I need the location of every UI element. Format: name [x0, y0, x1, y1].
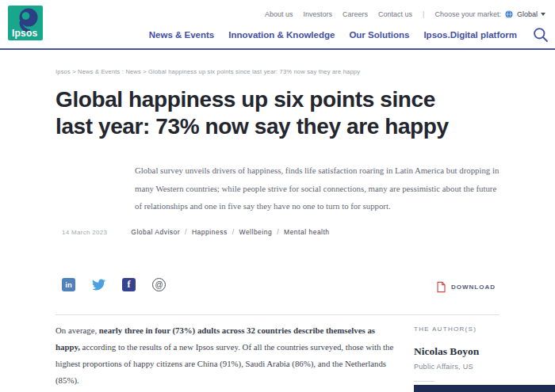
author-name-link[interactable]: Nicolas Boyon — [414, 345, 541, 358]
email-share-button[interactable]: @ — [152, 278, 166, 291]
body-lead-plain: On average, — [56, 325, 99, 335]
author-sidebar: THE AUTHOR(S) Nicolas Boyon Public Affai… — [414, 325, 541, 382]
article-intro: Global survey unveils drivers of happine… — [135, 162, 501, 215]
market-chooser: Choose your market: Global — [434, 10, 545, 18]
nav-news-events[interactable]: News & Events — [149, 30, 214, 40]
ipsos-logo-text: Ipsos — [12, 28, 37, 39]
download-label: DOWNLOAD — [451, 284, 496, 291]
authors-heading: THE AUTHOR(S) — [414, 325, 541, 333]
site-header: Ipsos About us Investors Careers Contact… — [0, 0, 555, 50]
tag-happiness[interactable]: Happiness — [192, 228, 228, 236]
nav-innovation-knowledge[interactable]: Innovation & Knowledge — [228, 30, 335, 40]
nav-about-us[interactable]: About us — [265, 10, 293, 18]
author-role: Public Affairs, US — [414, 363, 541, 371]
utility-nav-separator: | — [423, 10, 424, 18]
nav-our-solutions[interactable]: Our Solutions — [349, 30, 409, 40]
market-selected-value: Global — [517, 10, 538, 18]
nav-ipsos-digital[interactable]: Ipsos.Digital platform — [423, 30, 517, 40]
twitter-share-button[interactable] — [92, 278, 105, 291]
tag-mental-health[interactable]: Mental health — [284, 228, 330, 236]
tag-list: Global Advisor / Happiness / Wellbeing /… — [131, 228, 329, 236]
main-nav: News & Events Innovation & Knowledge Our… — [149, 27, 549, 43]
tag-global-advisor[interactable]: Global Advisor — [131, 228, 180, 236]
content-divider — [56, 314, 500, 315]
linkedin-icon: in — [65, 280, 71, 289]
ipsos-logo[interactable]: Ipsos — [8, 6, 43, 40]
body-rest: according to the results of a new Ipsos … — [56, 342, 393, 385]
tag-separator: / — [185, 228, 187, 236]
market-selector[interactable]: Global — [517, 10, 545, 18]
page-title-line2: last year: 73% now say they are happy — [56, 113, 531, 140]
chevron-down-icon — [541, 13, 545, 16]
pdf-document-icon — [436, 281, 446, 293]
share-buttons: in f @ — [62, 278, 166, 291]
nav-investors[interactable]: Investors — [304, 10, 333, 18]
breadcrumb[interactable]: Ipsos > News & Events : News > Global ha… — [56, 68, 360, 75]
search-icon — [533, 27, 549, 43]
article-meta: 14 March 2023 Global Advisor / Happiness… — [62, 228, 330, 236]
bottom-navy-bar — [414, 385, 555, 392]
linkedin-share-button[interactable]: in — [62, 278, 75, 291]
globe-icon — [505, 10, 513, 18]
tag-separator: / — [277, 228, 279, 236]
email-at-icon: @ — [155, 280, 163, 289]
twitter-bird-icon — [92, 278, 105, 291]
search-button[interactable] — [533, 27, 549, 43]
ipsos-article-page: Ipsos About us Investors Careers Contact… — [0, 0, 555, 392]
nav-careers[interactable]: Careers — [343, 10, 368, 18]
nav-contact-us[interactable]: Contact us — [378, 10, 412, 18]
page-title-line1: Global happiness up six points since — [56, 86, 531, 113]
tag-separator: / — [232, 228, 235, 236]
download-button[interactable]: DOWNLOAD — [436, 281, 496, 293]
utility-nav: About us Investors Careers Contact us | … — [265, 10, 545, 18]
facebook-share-button[interactable]: f — [122, 278, 136, 291]
market-label: Choose your market: — [434, 10, 501, 18]
sidebar-divider — [414, 381, 434, 382]
facebook-icon: f — [128, 279, 131, 291]
publish-date: 14 March 2023 — [62, 229, 107, 236]
page-title: Global happiness up six points since las… — [56, 86, 531, 140]
article-body-paragraph: On average, nearly three in four (73%) a… — [56, 322, 396, 389]
tag-wellbeing[interactable]: Wellbeing — [239, 228, 273, 236]
